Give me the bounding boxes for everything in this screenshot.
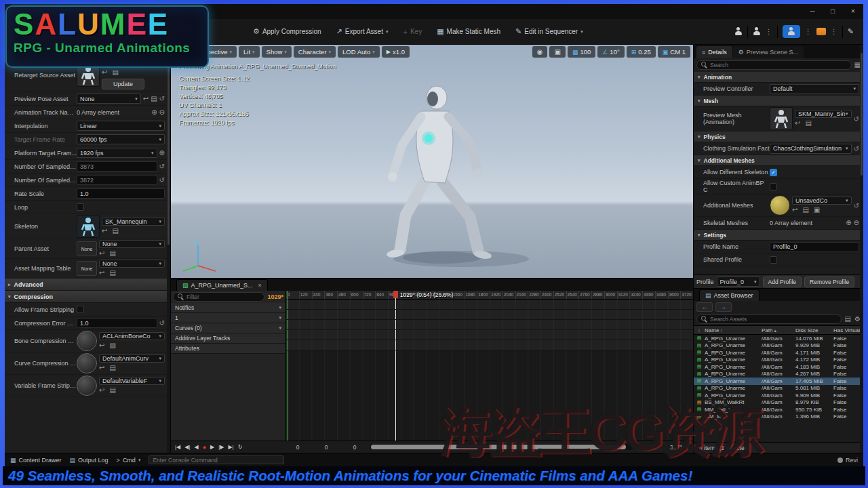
asset-dropdown[interactable]: SKM_Manny_Sin▾ (795, 110, 852, 118)
forward-button[interactable]: → (715, 302, 732, 312)
dropdown[interactable]: 1920 fps▾ (77, 148, 157, 158)
paint-brush-icon[interactable]: ✎ (848, 27, 854, 36)
reset-to-default-icon[interactable]: ↺ (159, 163, 165, 170)
asset-dropdown[interactable]: ACLAnimBoneCo▾ (99, 332, 165, 340)
column-header-has-virtual[interactable]: Has Virtual... (833, 327, 863, 333)
go-to-end-button[interactable]: ▶| (228, 444, 233, 450)
asset-dropdown[interactable]: DefaultVariableF▾ (99, 377, 165, 385)
browse-to-asset-icon[interactable]: ▤ (805, 119, 811, 127)
browse-to-asset-icon[interactable]: ▤ (112, 227, 118, 235)
back-button[interactable]: ← (696, 302, 713, 312)
checkbox[interactable] (77, 306, 84, 313)
asset-row[interactable]: ▤A_RPG_Unarme/All/Gam4.183 MiBFalse (694, 363, 863, 371)
section-additional-meshes[interactable]: ▾Additional Meshes (694, 155, 863, 166)
scrollbar-thumb[interactable] (861, 53, 863, 176)
toolbar-apply-compression[interactable]: ⚙Apply Compression (249, 24, 326, 39)
step-forward-button[interactable]: |▶ (218, 444, 224, 450)
folder-icon[interactable]: ▤ (845, 315, 851, 323)
timeline-scrollbar[interactable] (370, 444, 633, 450)
more-options-icon[interactable]: ⋮ (766, 28, 772, 35)
reorder-column-icon[interactable]: ↕ (694, 328, 705, 333)
timeline-ruler[interactable]: 0120240360480600720840960108012001320144… (286, 291, 693, 300)
asset-row[interactable]: ▤A_RPG_Unarme/All/Gam9.929 MiBFalse (694, 342, 863, 350)
reset-to-default-icon[interactable]: ↺ (854, 115, 859, 123)
browse-to-asset-icon[interactable]: ▤ (151, 95, 157, 103)
scrollbar-thumb[interactable] (167, 61, 170, 245)
step-backward-button[interactable]: ◀| (184, 444, 190, 450)
toolbar-make-static-mesh[interactable]: ▦Make Static Mesh (433, 24, 505, 39)
track-attributes[interactable]: Attributes (171, 344, 285, 354)
viewport-lit[interactable]: Lit▾ (239, 46, 260, 58)
use-selected-icon[interactable]: ↩ (143, 95, 149, 103)
play-reverse-button[interactable]: ◀ (194, 444, 198, 450)
checkbox[interactable] (770, 256, 777, 264)
frame-value-field[interactable]: 3871* (666, 444, 689, 451)
character-options-icon[interactable] (753, 27, 761, 36)
asset-row[interactable]: ▤A_RPG_Unarme/All/Gam4.172 MiBFalse (694, 357, 863, 364)
timeline-grid[interactable]: 1029* (0.54) (26.6%) (286, 300, 693, 441)
statusbar-cmd[interactable]: >Cmd▾ (117, 457, 141, 464)
section-settings[interactable]: ▾Settings (694, 230, 863, 241)
details-search-input[interactable] (710, 62, 847, 68)
delete-element-icon[interactable]: ⊖ (159, 108, 165, 117)
revision-control-status[interactable]: Revi (837, 457, 858, 464)
add-element-icon[interactable]: ⊕ (151, 108, 157, 117)
section-mesh[interactable]: ▾Mesh (694, 96, 863, 106)
scrollbar-thumb[interactable] (371, 445, 626, 449)
frame-value-field[interactable]: 0 (315, 444, 338, 451)
column-header-path[interactable]: Path▴ (762, 327, 795, 333)
asset-row[interactable]: ▤A_RPG_Unarme/All/Gam9.909 MiBFalse (694, 392, 863, 399)
reset-to-default-icon[interactable]: ↺ (854, 202, 859, 209)
asset-dropdown[interactable]: UnsavedCo▾ (792, 197, 852, 205)
checkbox[interactable] (77, 203, 84, 211)
reset-to-default-icon[interactable]: ↺ (159, 319, 165, 327)
browse-to-asset-icon[interactable]: ▤ (802, 206, 808, 214)
preview-mesh-icon[interactable] (734, 27, 743, 36)
asset-row[interactable]: ▤MM_Fall_Loop/All/Gam950.75 KiBFalse (694, 406, 863, 413)
asset-search-input[interactable] (710, 316, 837, 323)
track-1[interactable]: 1▾ (171, 313, 285, 323)
sequencer-toggle-icon[interactable] (816, 28, 826, 35)
text-input[interactable]: 1.0 (77, 318, 157, 328)
text-input[interactable]: 1.0 (77, 188, 165, 199)
close-tab-icon[interactable]: × (258, 282, 262, 289)
asset-search-box[interactable] (696, 314, 842, 324)
statusbar-output-log[interactable]: ▤Output Log (70, 457, 108, 464)
more-options-icon[interactable]: ⋮ (831, 28, 837, 35)
browse-to-asset-icon[interactable]: ▤ (112, 68, 118, 77)
location-grid-snap-button[interactable]: ▦100 (568, 46, 595, 58)
use-selected-icon[interactable]: ↩ (99, 249, 104, 258)
more-options-icon[interactable]: ⋮ (805, 28, 812, 35)
use-selected-icon[interactable]: ↩ (795, 119, 800, 127)
text-input[interactable]: Profile_0 (770, 242, 859, 252)
close-button[interactable]: × (843, 4, 863, 19)
asset-dropdown[interactable]: DefaultAnimCurv▾ (99, 354, 165, 363)
maximize-button[interactable]: □ (823, 4, 843, 19)
asset-row[interactable]: ▤A_RPG_Unarme/All/Gam4.171 MiBFalse (694, 349, 863, 357)
toolbar-edit-in-sequencer[interactable]: ✎Edit in Sequencer▾ (511, 24, 587, 39)
add-element-icon[interactable]: ⊕ (846, 219, 851, 227)
go-to-start-button[interactable]: |◀ (175, 444, 180, 450)
high-res-screenshot-button[interactable]: ▣ (549, 46, 565, 58)
section-physics[interactable]: ▾Physics (694, 131, 863, 142)
track-curves-0[interactable]: Curves (0)▾ (171, 323, 285, 333)
column-header-disk-size[interactable]: Disk Size (795, 327, 833, 333)
animation-mode-button[interactable] (783, 25, 800, 38)
dropdown[interactable]: None▾ (77, 94, 141, 104)
filter-box[interactable] (173, 292, 264, 302)
scale-snap-button[interactable]: ⊞0.25 (627, 46, 656, 58)
use-selected-icon[interactable]: ↩ (102, 68, 107, 77)
viewport-character[interactable]: Character▾ (294, 46, 336, 58)
viewport-x1-0[interactable]: ▶x1.0 (382, 46, 410, 58)
use-selected-icon[interactable]: ↩ (99, 342, 104, 350)
browse-to-asset-icon[interactable]: ▤ (109, 342, 115, 350)
screenshot-button[interactable]: ◉ (532, 46, 548, 58)
asset-browser-tab[interactable]: ▤ Asset Browser (699, 289, 760, 301)
asset-dropdown[interactable]: None▾ (99, 240, 165, 248)
toolbar-key[interactable]: +Key (399, 25, 426, 39)
track-additive-layer-tracks[interactable]: Additive Layer Tracks (171, 333, 285, 344)
use-selected-icon[interactable]: ↩ (99, 364, 104, 372)
reset-to-default-icon[interactable]: ↺ (854, 145, 859, 152)
save-icon[interactable]: ▣ (814, 206, 820, 214)
add-icon[interactable]: ⊕ (159, 149, 165, 157)
